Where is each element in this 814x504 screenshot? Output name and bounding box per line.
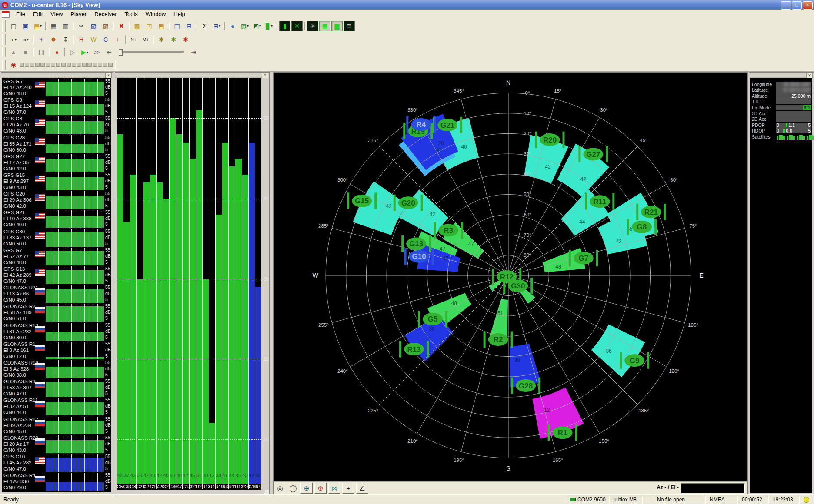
chart-dock-button[interactable]: ▆ xyxy=(331,21,343,31)
epoch-filter-button[interactable]: ◉ xyxy=(8,60,19,70)
paste-button[interactable]: ▨ xyxy=(100,21,111,31)
open-file-button[interactable]: ▤▾ xyxy=(32,21,43,31)
google-earth-button[interactable]: ● xyxy=(227,21,238,31)
satellite-history-panel-header[interactable]: x xyxy=(1,73,113,78)
tools-config-button[interactable]: ✱ xyxy=(180,34,191,45)
print-button[interactable]: ▦ xyxy=(48,21,59,31)
maximize-button[interactable]: □ xyxy=(792,1,802,10)
angle-scale-icon[interactable]: ∠ xyxy=(356,483,368,494)
data-panel-header[interactable]: x xyxy=(749,73,814,78)
dropdown-arrow-icon[interactable]: ▾ xyxy=(87,50,88,54)
dropdown-arrow-icon[interactable]: ▾ xyxy=(247,24,249,28)
table-view-button[interactable]: ⊞▾ xyxy=(211,21,223,31)
toolbar-grip[interactable] xyxy=(2,20,6,31)
document-system-icon[interactable] xyxy=(2,11,10,18)
epoch-message-slot[interactable] xyxy=(108,63,113,67)
copy-button[interactable]: ▧ xyxy=(88,21,99,31)
epoch-message-slot[interactable] xyxy=(51,63,55,67)
polar-red-icon[interactable]: ⊛ xyxy=(314,483,327,494)
epoch-message-slot[interactable] xyxy=(20,63,24,67)
epoch-message-slot[interactable] xyxy=(35,63,40,67)
epoch-message-slot[interactable] xyxy=(40,63,45,67)
epoch-message-slot[interactable] xyxy=(103,63,107,67)
tile-horizontal-button[interactable]: ◫ xyxy=(171,21,183,31)
save-file-button[interactable]: ▣ xyxy=(20,21,31,31)
cn0-bar-chart-header[interactable]: x xyxy=(115,73,269,78)
print-preview-button[interactable]: ▥ xyxy=(60,21,71,31)
clear-table-button[interactable]: ✖ xyxy=(116,21,127,31)
packet-console-button[interactable]: ✳ xyxy=(291,21,303,31)
player-position-slider[interactable] xyxy=(119,51,184,53)
tile-vertical-button[interactable]: ⊟ xyxy=(183,21,195,31)
database-notes-button[interactable]: ▤ xyxy=(156,21,167,31)
close-icon[interactable]: x xyxy=(105,73,112,78)
warmstart-button[interactable]: W xyxy=(88,34,99,45)
compass-icon[interactable]: + xyxy=(342,483,354,494)
dropdown-arrow-icon[interactable]: ▾ xyxy=(259,24,261,28)
dropdown-arrow-icon[interactable]: ▾ xyxy=(27,38,28,42)
fast-forward-button[interactable]: ≫ xyxy=(91,47,103,57)
epoch-message-slot[interactable] xyxy=(98,63,102,67)
eject-button[interactable]: ▲ xyxy=(8,47,19,57)
sky-view-button[interactable]: ✳ xyxy=(307,21,318,31)
disable-retry-button[interactable]: ✸ xyxy=(48,34,59,45)
close-button[interactable]: ✕ xyxy=(803,1,813,10)
jump-start-button[interactable]: ⇤ xyxy=(103,47,115,57)
menu-item-receiver[interactable]: Receiver xyxy=(90,10,120,18)
menu-item-file[interactable]: File xyxy=(12,10,29,18)
dropdown-arrow-icon[interactable]: ▾ xyxy=(271,24,273,28)
epoch-message-slot[interactable] xyxy=(25,63,29,67)
menu-item-help[interactable]: Help xyxy=(170,10,189,18)
hotstart-button[interactable]: H xyxy=(76,34,87,45)
connect-button[interactable]: ◗▾ xyxy=(8,34,19,45)
menu-item-view[interactable]: View xyxy=(47,10,67,18)
play-button[interactable]: ▶▾ xyxy=(79,47,90,57)
autobaud-wand-button[interactable]: ✶ xyxy=(36,34,47,45)
epoch-message-slot[interactable] xyxy=(93,63,97,67)
step-button[interactable]: ▷ xyxy=(67,47,78,57)
stop-button[interactable]: ■ xyxy=(20,47,31,57)
epoch-message-slot[interactable] xyxy=(82,63,87,67)
reset-button[interactable]: + xyxy=(112,34,123,45)
epoch-message-slot[interactable] xyxy=(77,63,81,67)
messages-view-button[interactable]: ≣ xyxy=(344,21,355,31)
add-ubx-message-button[interactable]: N+ xyxy=(128,34,139,45)
messages-config-button[interactable]: ✱ xyxy=(156,34,167,45)
epoch-message-slot[interactable] xyxy=(30,63,34,67)
epoch-message-slot[interactable] xyxy=(87,63,92,67)
menu-item-tools[interactable]: Tools xyxy=(120,10,141,18)
toolbar-grip[interactable] xyxy=(2,34,6,45)
dropdown-arrow-icon[interactable]: ▾ xyxy=(40,24,42,28)
close-icon[interactable]: x xyxy=(262,73,268,78)
map-view-button[interactable]: ▧▾ xyxy=(239,21,250,31)
database-export-button[interactable]: ◳ xyxy=(143,21,155,31)
statistics-button[interactable]: Σ xyxy=(199,21,210,31)
pause-button[interactable]: ❚❚ xyxy=(36,47,47,57)
table-dock-button[interactable]: ▦ xyxy=(319,21,330,31)
record-button[interactable]: ● xyxy=(51,47,63,57)
cut-button[interactable]: ✂ xyxy=(76,21,87,31)
dropdown-arrow-icon[interactable]: ▾ xyxy=(15,38,17,42)
database-lock-button[interactable]: ▩ xyxy=(131,21,143,31)
toolbar-grip[interactable] xyxy=(2,47,6,57)
chart-view-button[interactable]: ◩▾ xyxy=(251,21,263,31)
dropdown-arrow-icon[interactable]: ▾ xyxy=(219,24,220,28)
jump-end-button[interactable]: ⇥ xyxy=(188,47,199,57)
receiver-config-button[interactable]: ✱ xyxy=(168,34,179,45)
player-slider-thumb[interactable] xyxy=(119,49,123,56)
epoch-message-slot[interactable] xyxy=(72,63,76,67)
menu-item-window[interactable]: Window xyxy=(142,10,170,18)
epoch-message-slot[interactable] xyxy=(61,63,66,67)
epoch-message-slot[interactable] xyxy=(46,63,50,67)
center-dot-icon[interactable]: ◎ xyxy=(274,483,286,493)
earth-view-icon[interactable]: ⊕ xyxy=(300,483,313,494)
toolbar-grip[interactable] xyxy=(2,60,6,70)
console-view-button[interactable]: ▮ xyxy=(279,21,290,31)
menu-item-player[interactable]: Player xyxy=(67,10,90,18)
histogram-view-button[interactable]: ▊▾ xyxy=(264,21,275,31)
epoch-message-slot[interactable] xyxy=(67,63,71,67)
baudrate-button[interactable]: ≈▾ xyxy=(20,34,31,45)
download-epoch-button[interactable]: ↧ xyxy=(60,34,71,45)
minimize-button[interactable]: _ xyxy=(781,1,791,10)
close-icon[interactable]: x xyxy=(806,73,813,78)
